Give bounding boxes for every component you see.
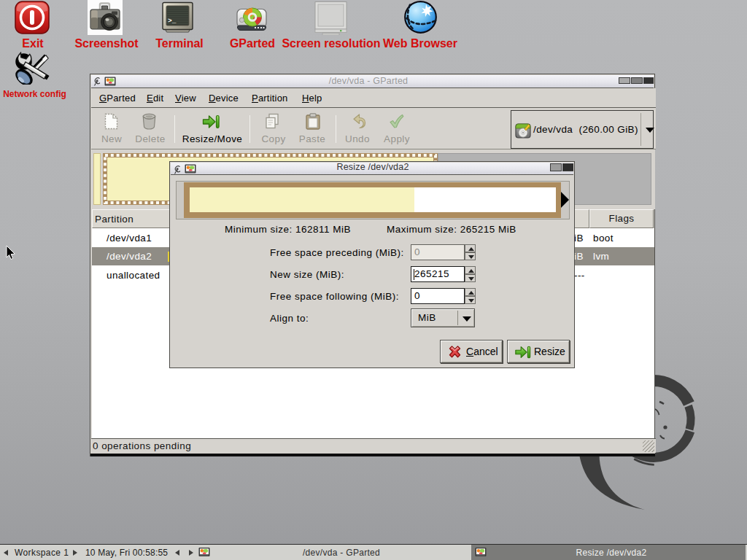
svg-text:>_: >_ xyxy=(168,17,177,25)
